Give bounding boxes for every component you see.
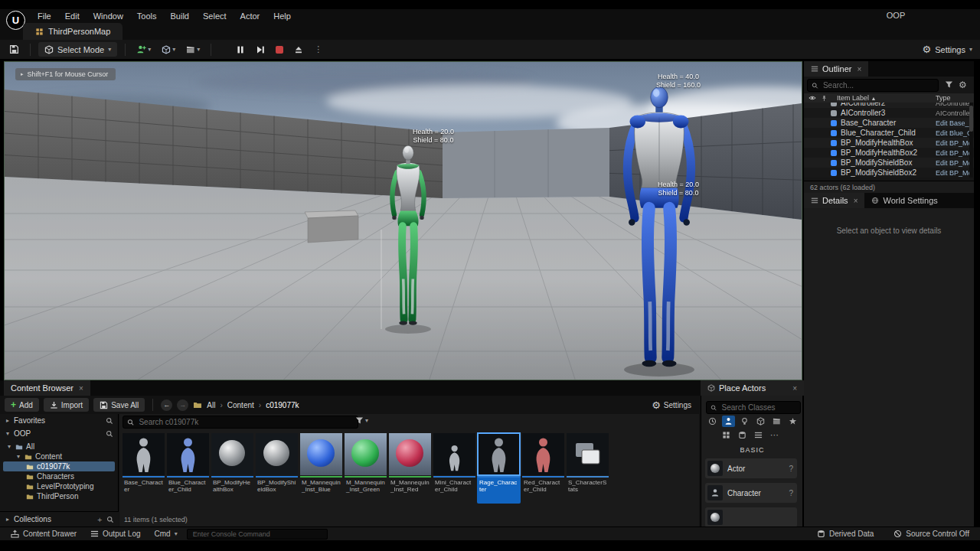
menu-build[interactable]: Build xyxy=(164,11,196,21)
asset-tile[interactable]: Blue_Character_Child xyxy=(166,432,210,504)
breadcrumb-root[interactable]: All xyxy=(207,401,215,409)
eject-button[interactable] xyxy=(291,42,306,57)
place-actor-item[interactable] xyxy=(705,507,797,527)
add-actor-button[interactable]: ▾ xyxy=(133,42,154,57)
recently-placed-icon[interactable] xyxy=(706,416,719,427)
blueprints-button[interactable]: ▾ xyxy=(158,42,178,57)
visual-effects-category-icon[interactable] xyxy=(786,416,799,427)
cb-settings-dropdown[interactable]: ⚙ Settings xyxy=(652,400,691,410)
asset-tile[interactable]: M_Mannequin_Inst_Green xyxy=(344,432,387,504)
favorites-section[interactable]: ▸ Favorites xyxy=(0,414,118,427)
output-log-button[interactable]: Output Log xyxy=(86,530,145,538)
outliner-settings-button[interactable]: ⚙ xyxy=(959,80,967,90)
expander-icon[interactable]: ▸ xyxy=(5,417,11,424)
folder-icon[interactable] xyxy=(193,400,202,409)
outliner-row[interactable]: BP_ModifyShieldBoxEdit BP_Moc xyxy=(804,158,974,168)
outliner-row[interactable]: Base_CharacterEdit Base_Cl xyxy=(804,118,974,128)
asset-tile[interactable]: BP_ModifyShieldBox xyxy=(255,432,299,504)
viewport[interactable]: ▸ Shift+F1 for Mouse Cursor Health = 40.… xyxy=(4,61,802,380)
asset-search-input[interactable] xyxy=(137,417,354,427)
more-categories-icon[interactable]: ⋯ xyxy=(768,429,781,441)
column-item-label[interactable]: Item Label ▲ xyxy=(837,94,876,102)
close-icon[interactable]: × xyxy=(792,384,797,393)
lights-category-icon[interactable] xyxy=(738,416,751,427)
outliner-row[interactable]: BP_ModifyHealthBoxEdit BP_Moc xyxy=(804,138,974,148)
playback-options-button[interactable]: ⋮ xyxy=(311,42,325,57)
save-all-button[interactable]: Save All xyxy=(93,398,145,412)
tab-outliner[interactable]: Outliner× xyxy=(804,61,868,77)
cmd-dropdown[interactable]: Cmd▾ xyxy=(150,530,182,538)
forward-button[interactable]: → xyxy=(177,399,188,411)
cinematic-category-icon[interactable] xyxy=(770,416,783,427)
menu-help[interactable]: Help xyxy=(266,11,298,21)
close-icon[interactable]: × xyxy=(854,197,858,205)
shapes-category-icon[interactable] xyxy=(754,416,767,427)
menu-window[interactable]: Window xyxy=(87,11,130,21)
basic-category-icon[interactable] xyxy=(722,416,735,427)
column-type[interactable]: Type xyxy=(936,94,951,102)
outliner-search-input[interactable] xyxy=(822,80,934,90)
stop-button[interactable] xyxy=(273,42,286,57)
place-actor-item[interactable]: Actor ? xyxy=(705,458,797,478)
asset-search[interactable] xyxy=(122,416,358,429)
viewport-settings-dropdown[interactable]: ⚙ Settings▾ xyxy=(923,44,972,54)
place-actors-search-input[interactable] xyxy=(720,403,796,412)
asset-tile[interactable]: S_CharacterStats xyxy=(566,432,609,504)
menu-select[interactable]: Select xyxy=(196,11,234,21)
menu-actor[interactable]: Actor xyxy=(234,11,267,21)
tree-item-thirdperson[interactable]: ThirdPerson xyxy=(3,491,115,501)
tree-item-content[interactable]: ▾Content xyxy=(3,452,115,461)
tab-place-actors[interactable]: Place Actors× xyxy=(701,380,804,396)
help-icon[interactable]: ? xyxy=(789,465,793,473)
asset-tile[interactable]: Base_Character xyxy=(122,432,165,504)
asset-tile[interactable]: Mini_Character_Child xyxy=(433,432,476,504)
search-icon[interactable] xyxy=(106,417,113,425)
project-section[interactable]: ▾ OOP xyxy=(0,427,118,440)
all-classes-category-icon[interactable] xyxy=(752,429,765,441)
frame-skip-button[interactable] xyxy=(253,42,268,57)
tree-item-all[interactable]: ▾All xyxy=(3,442,115,452)
place-actors-search[interactable] xyxy=(706,401,801,414)
asset-tile[interactable]: Red_Character_Child xyxy=(521,432,565,504)
asset-tile[interactable]: M_Mannequin_Inst_Red xyxy=(388,432,432,504)
level-tab[interactable]: ThirdPersonMap xyxy=(23,23,122,40)
help-icon[interactable]: ? xyxy=(789,489,793,497)
volumes-category-icon[interactable] xyxy=(736,429,749,441)
tree-item-current-folder[interactable]: c019077k xyxy=(3,461,115,471)
console-input[interactable] xyxy=(191,530,323,539)
add-button[interactable]: +Add xyxy=(5,398,39,412)
derived-data-button[interactable]: Derived Data xyxy=(812,530,878,538)
place-actor-item[interactable]: Character ? xyxy=(705,483,797,503)
menu-tools[interactable]: Tools xyxy=(130,11,164,21)
outliner-scrollbar[interactable] xyxy=(969,103,973,178)
cinematics-button[interactable]: ▾ xyxy=(183,42,203,57)
outliner-filter-button[interactable] xyxy=(945,80,953,89)
search-icon[interactable] xyxy=(106,430,113,438)
menu-edit[interactable]: Edit xyxy=(58,11,87,21)
breadcrumb-parent[interactable]: Content xyxy=(227,401,254,409)
select-mode-dropdown[interactable]: Select Mode▾ xyxy=(38,42,117,57)
tab-content-browser[interactable]: Content Browser× xyxy=(4,380,90,396)
breadcrumb-current[interactable]: c019077k xyxy=(266,401,299,409)
pin-icon[interactable] xyxy=(821,95,828,102)
collections-section[interactable]: ▸ Collections ＋ xyxy=(0,511,119,527)
outliner-row[interactable]: AIController2AIController xyxy=(804,103,974,108)
asset-tile[interactable]: M_Mannequin_Inst_Blue xyxy=(299,432,343,504)
add-collection-button[interactable]: ＋ xyxy=(96,514,103,525)
outliner-row[interactable]: BP_ModifyHealthBox2Edit BP_Moc xyxy=(804,148,974,158)
search-icon[interactable] xyxy=(106,516,114,523)
back-button[interactable]: ← xyxy=(161,399,172,411)
asset-tile-selected[interactable]: Rage_Character xyxy=(477,432,521,504)
expander-icon[interactable]: ▾ xyxy=(5,430,11,437)
outliner-search[interactable] xyxy=(807,79,939,92)
tree-item-characters[interactable]: Characters xyxy=(3,471,115,481)
outliner-row[interactable]: AIController3AIController xyxy=(804,108,974,118)
asset-tile[interactable]: BP_ModifyHealthBox xyxy=(211,432,254,504)
close-icon[interactable]: × xyxy=(858,65,862,73)
eye-icon[interactable] xyxy=(808,94,816,102)
tree-item-levelprototyping[interactable]: LevelPrototyping xyxy=(3,481,115,491)
pause-button[interactable] xyxy=(233,42,248,57)
tab-details[interactable]: Details× xyxy=(804,193,864,208)
save-button[interactable] xyxy=(6,42,22,57)
menu-file[interactable]: File xyxy=(31,11,58,21)
